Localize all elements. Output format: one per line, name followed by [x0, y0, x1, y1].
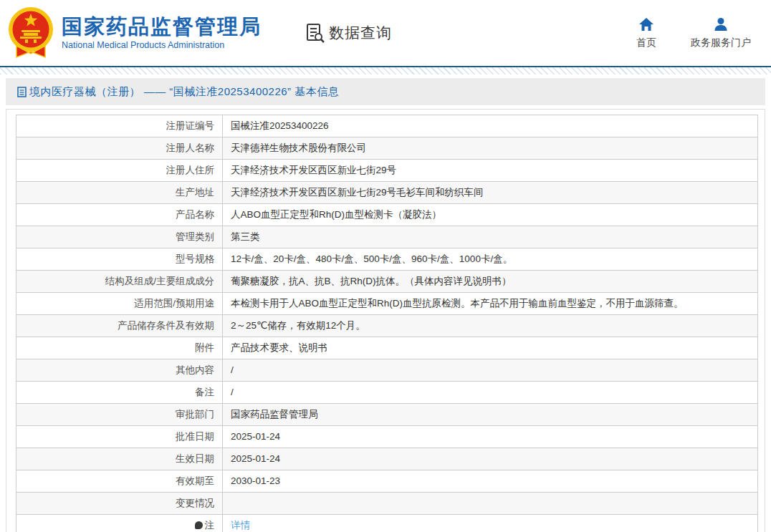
row-label: 变更情况 [16, 493, 223, 515]
table-row: 变更情况 [16, 493, 758, 515]
row-value: 国械注准20253400226 [223, 115, 758, 137]
row-label: 结构及组成/主要组成成分 [16, 271, 223, 293]
table-row: 注 详情 [16, 515, 758, 532]
hatched-divider [0, 67, 771, 74]
table-row: 注册人住所 天津经济技术开发区西区新业七街29号 [16, 160, 758, 182]
row-label: 产品名称 [16, 204, 223, 226]
row-value: 天津经济技术开发区西区新业七街29号毛衫车间和纺织车间 [223, 182, 758, 204]
note-icon [195, 521, 203, 529]
table-row: 产品名称 人ABO血型正定型和Rh(D)血型检测卡（凝胶法） [16, 204, 758, 226]
brand-link[interactable]: 国家药品监督管理局 National Medical Products Admi… [7, 4, 262, 62]
row-label: 其他内容 [16, 359, 223, 382]
table-row: 备注 / [16, 382, 758, 404]
org-title-block: 国家药品监督管理局 National Medical Products Admi… [62, 16, 262, 51]
row-label: 审批部门 [16, 404, 223, 426]
table-row: 其他内容 / [16, 359, 758, 382]
row-value: 天津德祥生物技术股份有限公司 [223, 137, 758, 160]
table-row: 注册人名称 天津德祥生物技术股份有限公司 [16, 137, 758, 160]
breadcrumb-bar: 境内医疗器械（注册） —— “国械注准20253400226” 基本信息 [6, 78, 765, 105]
row-label: 生产地址 [16, 182, 223, 204]
breadcrumb-label: 境内医疗器械（注册） —— “国械注准20253400226” 基本信息 [29, 85, 339, 99]
national-emblem-icon [7, 4, 54, 62]
doc-search-icon [306, 23, 325, 43]
row-value: 国家药品监督管理局 [223, 404, 758, 426]
row-value: 详情 [223, 515, 758, 532]
row-value: 葡聚糖凝胶，抗A、抗B、抗Rh(D)抗体。（具体内容详见说明书） [223, 271, 758, 293]
home-icon [638, 17, 654, 32]
row-label: 型号规格 [16, 248, 223, 271]
org-name-en: National Medical Products Administration [62, 40, 262, 50]
site-header: 国家药品监督管理局 National Medical Products Admi… [0, 0, 771, 67]
table-row: 有效期至 2030-01-23 [16, 470, 758, 493]
table-row: 生效日期 2025-01-24 [16, 448, 758, 470]
row-label: 有效期至 [16, 470, 223, 493]
row-label: 生效日期 [16, 448, 223, 470]
table-row: 适用范围/预期用途 本检测卡用于人ABO血型正定型和Rh(D)血型抗原检测。本产… [16, 293, 758, 315]
table-row: 生产地址 天津经济技术开发区西区新业七街29号毛衫车间和纺织车间 [16, 182, 758, 204]
row-value: 本检测卡用于人ABO血型正定型和Rh(D)血型抗原检测。本产品不用于输血前血型鉴… [223, 293, 758, 315]
table-row: 批准日期 2025-01-24 [16, 426, 758, 448]
nav-gov-portal-label: 政务服务门户 [691, 37, 751, 49]
table-row: 产品储存条件及有效期 2～25℃储存，有效期12个月。 [16, 315, 758, 337]
data-query-link[interactable]: 数据查询 [306, 23, 392, 43]
row-value: / [223, 382, 758, 404]
table-row: 注册证编号 国械注准20253400226 [16, 115, 758, 137]
row-label: 适用范围/预期用途 [16, 293, 223, 315]
row-label: 批准日期 [16, 426, 223, 448]
row-value: / [223, 359, 758, 382]
row-value: 2025-01-24 [223, 426, 758, 448]
content-panel: 注册证编号 国械注准20253400226 注册人名称 天津德祥生物技术股份有限… [6, 109, 765, 532]
row-label: 备注 [16, 382, 223, 404]
row-label: 注册证编号 [16, 115, 223, 137]
detail-link[interactable]: 详情 [231, 520, 250, 531]
row-value [223, 493, 758, 515]
table-row: 结构及组成/主要组成成分 葡聚糖凝胶，抗A、抗B、抗Rh(D)抗体。（具体内容详… [16, 271, 758, 293]
nav-home[interactable]: 首页 [636, 17, 656, 49]
table-row: 管理类别 第三类 [16, 226, 758, 248]
row-value: 天津经济技术开发区西区新业七街29号 [223, 160, 758, 182]
row-label: 注册人名称 [16, 137, 223, 160]
row-label: 注册人住所 [16, 160, 223, 182]
table-row: 附件 产品技术要求、说明书 [16, 337, 758, 359]
nav-gov-portal[interactable]: 政务服务门户 [691, 17, 751, 49]
row-value: 产品技术要求、说明书 [223, 337, 758, 359]
data-query-label: 数据查询 [329, 23, 392, 43]
table-row: 型号规格 12卡/盒、20卡/盒、480卡/盒、500卡/盒、960卡/盒、10… [16, 248, 758, 271]
row-value: 2025-01-24 [223, 448, 758, 470]
breadcrumb: 境内医疗器械（注册） —— “国械注准20253400226” 基本信息 [17, 85, 339, 99]
row-value: 人ABO血型正定型和Rh(D)血型检测卡（凝胶法） [223, 204, 758, 226]
row-label: 产品储存条件及有效期 [16, 315, 223, 337]
row-label: 附件 [16, 337, 223, 359]
org-name-zh: 国家药品监督管理局 [62, 16, 262, 39]
document-icon [17, 87, 27, 97]
row-value: 第三类 [223, 226, 758, 248]
row-value: 2～25℃储存，有效期12个月。 [223, 315, 758, 337]
row-label: 管理类别 [16, 226, 223, 248]
table-row: 审批部门 国家药品监督管理局 [16, 404, 758, 426]
registration-table: 注册证编号 国械注准20253400226 注册人名称 天津德祥生物技术股份有限… [16, 115, 758, 532]
row-label: 注 [16, 515, 223, 532]
row-value: 2030-01-23 [223, 470, 758, 493]
nav-home-label: 首页 [636, 37, 656, 49]
row-value: 12卡/盒、20卡/盒、480卡/盒、500卡/盒、960卡/盒、1000卡/盒… [223, 248, 758, 271]
user-icon [713, 17, 729, 32]
registration-table-body: 注册证编号 国械注准20253400226 注册人名称 天津德祥生物技术股份有限… [16, 115, 758, 532]
